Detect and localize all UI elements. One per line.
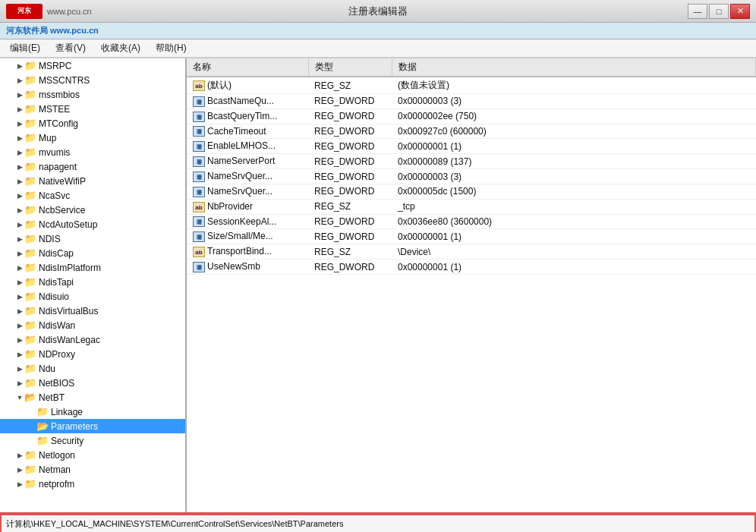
header-data: 数据 [392, 58, 756, 77]
table-row[interactable]: 珊UseNewSmbREG_DWORD0x00000001 (1) [187, 260, 756, 275]
expand-arrow-mtconfig: ▶ [15, 120, 24, 127]
tree-panel[interactable]: ▶📁MSRPC▶📁MSSCNTRS▶📁mssmbios▶📁MSTEE▶📁MTCo… [0, 58, 187, 514]
cell-name-bcastquerytimeout: 珊BcastQueryTim... [187, 109, 308, 124]
tree-label-ncasvc: NcaSvc [39, 190, 70, 201]
reg-icon-sessionkeepalive: 珊 [193, 216, 205, 227]
expand-arrow-netprofm: ▶ [15, 480, 24, 488]
folder-icon-ndistapi: 📁 [24, 276, 36, 288]
cell-name-transportbindname: abTransportBind... [187, 244, 308, 260]
folder-icon-linkage: 📁 [36, 406, 49, 417]
tree-item-netprofm[interactable]: ▶📁netprofm [0, 477, 185, 491]
table-row[interactable]: 珊BcastQueryTim...REG_DWORD0x0000002ee (7… [187, 109, 756, 124]
table-row[interactable]: abTransportBind...REG_SZ\Device\ [187, 244, 756, 260]
window-title: 注册表编辑器 [348, 5, 408, 18]
tree-label-ndis: NDIS [39, 234, 61, 244]
tree-label-ndisimplatform: NdisImPlatform [39, 263, 101, 273]
tree-item-ncasvc[interactable]: ▶📁NcaSvc [0, 188, 185, 203]
folder-icon-napagent: 📁 [24, 161, 36, 172]
tree-label-napagent: napagent [39, 162, 77, 172]
reg-icon-transportbindname: ab [193, 247, 205, 257]
expand-arrow-netbios: ▶ [15, 379, 24, 387]
tree-item-mtconfig[interactable]: ▶📁MTConfig [0, 116, 185, 131]
tree-item-mssmbi[interactable]: ▶📁mssmbios [0, 87, 185, 102]
expand-arrow-mssmbi: ▶ [15, 91, 24, 99]
tree-item-security[interactable]: 📁Security [0, 433, 185, 448]
table-row[interactable]: 珊Size/Small/Me...REG_DWORD0x00000001 (1) [187, 229, 756, 244]
expand-arrow-ncbservice: ▶ [15, 206, 24, 214]
table-row[interactable]: 珊NameSrvQuer...REG_DWORD0x000005dc (1500… [187, 184, 756, 199]
table-row[interactable]: 珊NameServerPortREG_DWORD0x00000089 (137) [187, 154, 756, 169]
window-controls: — □ ✕ [688, 4, 750, 19]
maximize-button[interactable]: □ [709, 4, 729, 19]
header-type: 类型 [308, 58, 392, 77]
table-row[interactable]: 珊NameSrvQuer...REG_DWORD0x00000003 (3) [187, 169, 756, 184]
folder-icon-mup: 📁 [24, 132, 36, 143]
cell-data-namesrvquerytimeout: 0x000005dc (1500) [392, 184, 756, 199]
folder-icon-nativewifip: 📁 [24, 175, 36, 187]
table-row[interactable]: 珊SessionKeepAl...REG_DWORD0x0036ee80 (36… [187, 214, 756, 229]
tree-item-ndistapi[interactable]: ▶📁NdisTapi [0, 275, 185, 289]
cell-data-bcastquerytimeout: 0x0000002ee (750) [392, 109, 756, 124]
tree-label-msscntrs: MSSCNTRS [39, 75, 90, 86]
tree-item-netbt[interactable]: ▼📂NetBT [0, 390, 185, 405]
table-row[interactable]: 珊CacheTimeoutREG_DWORD0x000927c0 (600000… [187, 124, 756, 139]
expand-arrow-ndistapi: ▶ [15, 279, 24, 286]
tree-item-ndu[interactable]: ▶📁Ndu [0, 361, 185, 376]
expand-arrow-msrpc: ▶ [15, 62, 24, 70]
tree-item-netlogon[interactable]: ▶📁Netlogon [0, 448, 185, 462]
tree-item-nativewifip[interactable]: ▶📁NativeWifiP [0, 174, 185, 188]
tree-item-ncbservice[interactable]: ▶📁NcbService [0, 203, 185, 217]
tree-item-ndisuio[interactable]: ▶📁Ndisuio [0, 289, 185, 304]
cell-data-sessionkeepalive: 0x0036ee80 (3600000) [392, 214, 756, 229]
expand-arrow-netbt: ▼ [15, 394, 24, 401]
tree-item-ndiscap[interactable]: ▶📁NdisCap [0, 246, 185, 260]
reg-icon-bcastquerytimeout: 珊 [193, 112, 205, 122]
tree-item-ndiswan[interactable]: ▶📁NdisWan [0, 318, 185, 332]
expand-arrow-msscntrs: ▶ [15, 77, 24, 84]
tree-item-linkage[interactable]: 📁Linkage [0, 405, 185, 419]
tree-item-ndis[interactable]: ▶📁NDIS [0, 231, 185, 246]
tree-item-ndisvirtualbus[interactable]: ▶📁NdisVirtualBus [0, 304, 185, 318]
menu-help[interactable]: 帮助(H) [149, 39, 194, 57]
menu-favorites[interactable]: 收藏夹(A) [94, 39, 147, 57]
table-row[interactable]: 珊EnableLMHOS...REG_DWORD0x00000001 (1) [187, 139, 756, 154]
cell-type-bcastquerytimeout: REG_DWORD [308, 109, 392, 124]
tree-item-mup[interactable]: ▶📁Mup [0, 131, 185, 145]
reg-icon-smallmemsize: 珊 [193, 231, 205, 242]
tree-item-netbios[interactable]: ▶📁NetBIOS [0, 376, 185, 390]
close-button[interactable]: ✕ [730, 4, 750, 19]
tree-item-ndproxy[interactable]: ▶📁NDProxy [0, 347, 185, 361]
cell-name-nameserverport: 珊NameServerPort [187, 154, 308, 169]
table-row[interactable]: ab(默认)REG_SZ(数值未设置) [187, 77, 756, 94]
tree-item-parameters[interactable]: 📂Parameters [0, 419, 185, 433]
tree-item-ncdautosetup[interactable]: ▶📁NcdAutoSetup [0, 217, 185, 231]
cell-data-smallmemsize: 0x00000001 (1) [392, 229, 756, 244]
tree-item-msscntrs[interactable]: ▶📁MSSCNTRS [0, 73, 185, 87]
expand-arrow-mvumis: ▶ [15, 149, 24, 156]
expand-arrow-mstee: ▶ [15, 105, 24, 113]
tree-item-napagent[interactable]: ▶📁napagent [0, 159, 185, 174]
tree-label-parameters: Parameters [51, 421, 98, 432]
folder-icon-netlogon: 📁 [24, 449, 36, 461]
minimize-button[interactable]: — [688, 4, 707, 19]
tree-item-mvumis[interactable]: ▶📁mvumis [0, 145, 185, 159]
table-header-row: 名称 类型 数据 [187, 58, 756, 77]
tree-label-msrpc: MSRPC [39, 61, 71, 71]
reg-icon-nameserverport: 珊 [193, 156, 205, 167]
menu-edit[interactable]: 编辑(E) [3, 39, 47, 57]
folder-icon-ncdautosetup: 📁 [24, 219, 36, 230]
cell-data-default: (数值未设置) [392, 77, 756, 94]
table-row[interactable]: 珊BcastNameQu...REG_DWORD0x00000003 (3) [187, 94, 756, 109]
tree-item-msrpc[interactable]: ▶📁MSRPC [0, 58, 185, 73]
tree-item-mstee[interactable]: ▶📁MSTEE [0, 102, 185, 116]
tree-label-nativewifip: NativeWifiP [39, 176, 86, 187]
folder-icon-security: 📁 [36, 435, 49, 446]
tree-label-mstee: MSTEE [39, 104, 70, 115]
menu-view[interactable]: 查看(V) [49, 39, 93, 57]
table-row[interactable]: abNbProviderREG_SZ_tcp [187, 199, 756, 214]
tree-label-netlogon: Netlogon [39, 450, 75, 461]
tree-item-netman[interactable]: ▶📁Netman [0, 462, 185, 477]
tree-item-ndiswanlegac[interactable]: ▶📁NdisWanLegac [0, 332, 185, 347]
cell-data-cachetimeout: 0x000927c0 (600000) [392, 124, 756, 139]
tree-item-ndisimplatform[interactable]: ▶📁NdisImPlatform [0, 260, 185, 275]
